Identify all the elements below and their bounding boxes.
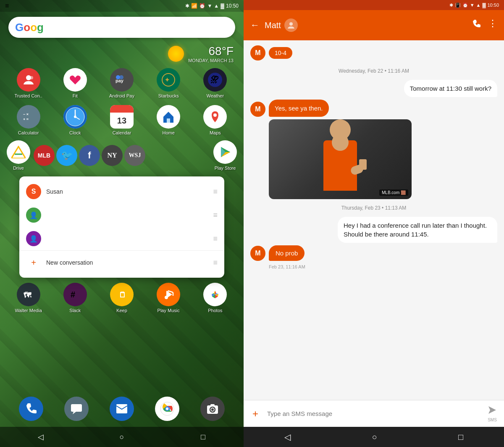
- sent-message-2: Hey I had a conference call run later th…: [250, 217, 497, 243]
- google-search-bar[interactable]: Goog: [8, 17, 235, 38]
- shortcut-contact-2[interactable]: 👤 ≡: [19, 203, 224, 227]
- svg-text:− ×: − ×: [23, 112, 29, 116]
- calculator-icon: − × + =: [17, 105, 40, 129]
- maps-label: Maps: [210, 130, 221, 135]
- drive-label: Drive: [13, 166, 24, 171]
- contact-3-avatar: 👤: [26, 231, 41, 246]
- home-button-right[interactable]: ○: [372, 432, 377, 442]
- svg-point-16: [74, 116, 76, 118]
- shortcut-contact-3[interactable]: 👤 ≡: [19, 227, 224, 250]
- walter-media-icon: 🗺: [17, 283, 40, 306]
- svg-rect-40: [71, 404, 82, 412]
- app-starbucks[interactable]: ✦ Starbucks: [147, 68, 190, 98]
- nav-bar-right: ◁ ○ □: [244, 427, 504, 447]
- back-button-sms[interactable]: ←: [250, 20, 260, 31]
- received-bubble-2: No prob: [269, 245, 304, 261]
- weather-label: Weather: [207, 93, 224, 98]
- facebook-icon[interactable]: f: [79, 145, 100, 166]
- sms-text-input[interactable]: [267, 410, 480, 417]
- dock-camera[interactable]: [200, 397, 225, 421]
- dock-phone[interactable]: [19, 397, 43, 421]
- svg-point-48: [211, 408, 214, 411]
- shortcut-popup: S Susan ≡ 👤 ≡ 👤 ≡ + New conversation ≡: [7, 176, 237, 278]
- sms-app: ✱ 📳 ⏰ ▼ ▲ ▓ 10:50 ← Matt ⋮ M 10-4 W: [244, 0, 504, 447]
- recent-button-left[interactable]: □: [197, 431, 209, 443]
- app-row-4: 🗺 Walter Media # Slack 🗒 Keep Play Music: [0, 279, 244, 316]
- recent-button-right[interactable]: □: [458, 432, 463, 442]
- weather-info: 68°F MONDAY, MARCH 13: [188, 45, 234, 63]
- twitter-icon[interactable]: 🐦: [56, 145, 77, 166]
- image-message: MLB.com 🟫: [250, 119, 497, 199]
- play-store-label: Play Store: [215, 166, 236, 171]
- app-keep[interactable]: 🗒 Keep: [100, 283, 143, 313]
- svg-point-50: [289, 22, 293, 26]
- more-options-button[interactable]: ⋮: [488, 19, 497, 32]
- app-weather[interactable]: ⛈ Weather: [194, 68, 237, 98]
- back-button-right[interactable]: ◁: [284, 432, 291, 442]
- sent-bubble-1: Tomorrow at 11:30 still work?: [404, 80, 497, 97]
- app-drive[interactable]: Drive: [7, 140, 30, 171]
- drag-handle-susan: ≡: [213, 187, 218, 196]
- svg-text:+ =: + =: [23, 117, 29, 121]
- app-maps[interactable]: Maps: [194, 105, 237, 135]
- status-bar-right: ✱ 📳 ⏰ ▼ ▲ ▓ 10:50: [244, 0, 504, 10]
- news1-icon[interactable]: NY: [102, 145, 123, 166]
- sun-icon: [168, 46, 184, 62]
- android-pay-icon: pay: [110, 68, 134, 92]
- dock-sms[interactable]: [64, 397, 89, 421]
- sms-toolbar: ← Matt ⋮: [244, 10, 504, 40]
- signal-icon: 📶: [191, 3, 197, 9]
- news2-icon[interactable]: WSJ: [124, 145, 145, 166]
- app-calendar[interactable]: 13 Calendar: [100, 105, 143, 135]
- app-calculator[interactable]: − × + = Calculator: [7, 105, 50, 135]
- starbucks-icon: ✦: [157, 68, 180, 92]
- sms-actions: ⋮: [471, 19, 497, 32]
- susan-label: Susan: [46, 188, 208, 195]
- bluetooth-icon-right: ✱: [449, 3, 453, 8]
- home-screen: ≡ ✱ 📶 ⏰ ▼ ▲ ▓ 10:50 Goog 68°F MONDAY, MA…: [0, 0, 244, 447]
- app-row-2: − × + = Calculator Clock 13: [0, 102, 244, 139]
- app-slack[interactable]: # Slack: [53, 283, 97, 313]
- app-play-music[interactable]: Play Music: [147, 283, 190, 313]
- mlb-badge: MLB.com 🟫: [379, 189, 408, 196]
- svg-text:⛈: ⛈: [210, 75, 219, 84]
- battery-icon-right: ▓: [482, 3, 486, 8]
- received-message-1: M Yes, see ya then.: [250, 100, 497, 117]
- app-fit[interactable]: Fit: [53, 68, 97, 98]
- svg-text:🗒: 🗒: [119, 291, 126, 299]
- svg-point-1: [30, 76, 33, 79]
- svg-point-19: [213, 113, 217, 117]
- time-display-right: 10:50: [487, 3, 499, 8]
- svg-point-4: [119, 75, 123, 79]
- fit-icon: [63, 68, 87, 92]
- sms-input-bar: + SMS: [244, 400, 504, 427]
- calendar-label: Calendar: [113, 130, 131, 135]
- app-walter-media[interactable]: 🗺 Walter Media: [7, 283, 50, 313]
- app-photos[interactable]: Photos: [194, 283, 237, 313]
- home-button-left[interactable]: ○: [116, 431, 128, 443]
- app-play-store[interactable]: Play Store: [213, 140, 237, 171]
- app-android-pay[interactable]: pay Android Pay: [100, 68, 143, 98]
- dock-inbox[interactable]: [110, 397, 134, 421]
- send-button[interactable]: SMS: [484, 405, 501, 422]
- app-row-1: Trusted Con.. Fit pay Android Pay ✦ Star: [0, 65, 244, 102]
- bluetooth-icon: ✱: [185, 3, 189, 9]
- image-bubble: MLB.com 🟫: [269, 119, 412, 199]
- new-conversation-shortcut[interactable]: + New conversation ≡: [19, 250, 224, 274]
- app-home[interactable]: Home: [147, 105, 190, 135]
- play-music-icon: [157, 283, 180, 306]
- back-button-left[interactable]: ◁: [34, 431, 47, 443]
- dock-chrome[interactable]: [155, 397, 179, 421]
- app-clock[interactable]: Clock: [53, 105, 97, 135]
- keep-icon: 🗒: [110, 283, 134, 306]
- shortcut-susan[interactable]: S Susan ≡: [19, 180, 224, 203]
- mlb-icon[interactable]: MLB: [34, 145, 55, 166]
- received-bubble-1: Yes, see ya then.: [269, 100, 329, 117]
- sms-contact-name: Matt: [265, 21, 281, 30]
- trusted-contacts-label: Trusted Con..: [14, 93, 42, 98]
- app-trusted-contacts[interactable]: Trusted Con..: [7, 68, 50, 98]
- call-button[interactable]: [471, 19, 481, 32]
- attach-button[interactable]: +: [247, 405, 264, 422]
- google-logo: Goog: [15, 21, 44, 34]
- android-pay-label: Android Pay: [109, 93, 134, 98]
